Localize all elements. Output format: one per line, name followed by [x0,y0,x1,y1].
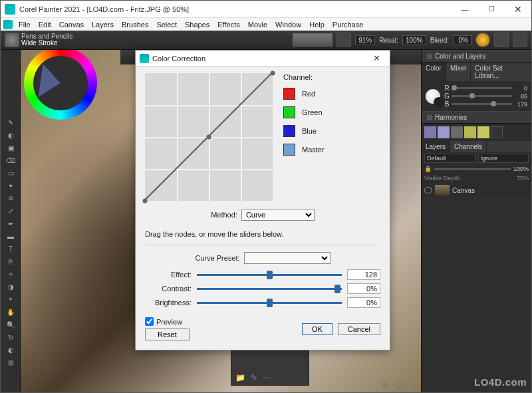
doc-icon[interactable]: ▤ [395,380,402,390]
brush-tool-icon[interactable]: ✎ [1,116,20,128]
text-tool-icon[interactable]: T [1,243,20,255]
contrast-value[interactable]: 0% [347,283,380,294]
paintbucket-tool-icon[interactable]: ▣ [1,142,20,154]
effect-slider[interactable] [197,274,342,276]
dab-preview[interactable] [293,33,332,47]
transform-tool-icon[interactable]: ⤢ [1,205,20,217]
tab-mixer[interactable]: Mixer [446,63,471,81]
size-value[interactable]: 91% [355,35,375,45]
dialog-close-button[interactable]: ✕ [367,53,386,63]
more-icon[interactable]: ⋯ [409,380,417,390]
curve-editor[interactable] [145,73,273,201]
opacity-slider[interactable] [434,168,511,170]
eraser-tool-icon[interactable]: ⌫ [1,154,20,166]
visdepth-value: 75% [517,175,529,182]
dropper-tool-icon[interactable]: ◐ [1,129,20,141]
tab-color[interactable]: Color [422,63,446,81]
menu-canvas[interactable]: Canvas [56,21,87,29]
nav-icon[interactable]: ⊞ [382,380,388,390]
preview-checkbox[interactable]: Preview [145,317,190,326]
blend-mode-select[interactable]: Default [424,154,475,163]
harm-sw-5[interactable] [477,126,489,138]
menu-edit[interactable]: Edit [35,21,55,29]
ok-button[interactable]: OK [302,323,332,335]
color-swatch[interactable] [426,89,440,104]
slider-g[interactable] [452,95,512,97]
harm-sw-4[interactable] [464,126,476,138]
app-menu-icon[interactable] [3,20,13,29]
dodge-tool-icon[interactable]: ◑ [1,281,20,293]
channel-master[interactable]: Master [283,144,380,156]
hand-tool-icon[interactable]: ✋ [1,306,20,318]
close-button[interactable]: ✕ [505,1,531,18]
mirror-tool-icon[interactable]: ✧ [1,268,20,280]
ref-dropper-icon[interactable]: ✎ [251,373,257,382]
divine-tool-icon[interactable]: ⌖ [1,293,20,305]
layer-thumb [435,185,450,196]
preset-select[interactable] [244,252,331,264]
menu-purchase[interactable]: Purchase [329,21,366,29]
bleed-value[interactable]: 0% [453,35,471,45]
channel-blue[interactable]: Blue [283,125,380,137]
menu-select[interactable]: Select [153,21,180,29]
slider-r[interactable] [452,87,512,89]
menu-layers[interactable]: Layers [88,21,117,29]
dialog-icon [140,54,149,63]
harm-sw-2[interactable] [438,126,450,138]
ref-more-icon[interactable]: ⋯ [263,373,271,382]
menu-effects[interactable]: Effects [214,21,243,29]
harm-add[interactable] [491,126,503,138]
pen-tool-icon[interactable]: ✒ [1,217,20,229]
extra-tool-1[interactable] [494,33,509,47]
brightness-slider[interactable] [197,302,342,304]
reset-button[interactable]: Reset [145,328,190,340]
contrast-slider[interactable] [197,288,342,290]
layer-row-canvas[interactable]: Canvas [422,183,531,197]
harm-sw-3[interactable] [451,126,463,138]
rotate-tool-icon[interactable]: ↻ [1,331,20,343]
menu-file[interactable]: File [15,21,34,29]
channel-red[interactable]: Red [283,88,380,100]
composite-select[interactable]: Ignore [478,154,529,163]
minimize-button[interactable]: — [452,1,478,18]
brush-variant: Wide Stroke [21,40,72,47]
harmonies-header[interactable]: Harmonies [422,111,531,124]
channel-green[interactable]: Green [283,106,380,118]
tab-channels[interactable]: Channels [450,141,487,152]
maximize-button[interactable]: ☐ [478,1,505,18]
slider-b[interactable] [452,103,512,105]
nav-tool-icon[interactable]: ⊞ [1,356,20,368]
brightness-value[interactable]: 0% [347,297,380,308]
method-select[interactable]: Curve [241,209,315,221]
selection-tool-icon[interactable]: ▭ [1,167,20,179]
extra-tool-2[interactable] [513,33,527,47]
magicwand-tool-icon[interactable]: ✦ [1,180,20,192]
ref-open-icon[interactable]: 📁 [235,373,245,382]
grain-button[interactable] [336,33,351,47]
menu-shapes[interactable]: Shapes [182,21,213,29]
tab-layers[interactable]: Layers [422,141,450,152]
effect-value[interactable]: 128 [347,269,380,280]
menu-help[interactable]: Help [306,21,328,29]
property-bar: Pens and Pencils Wide Stroke 91% Resat: … [1,31,531,50]
harm-sw-1[interactable] [424,126,436,138]
bleed-label: Bleed: [430,37,449,44]
dock-header: Color and Layers [422,50,531,63]
crop-tool-icon[interactable]: ⧈ [1,192,20,204]
color-swap-icon[interactable]: ◐ [1,344,20,356]
zoom-tool-icon[interactable]: 🔍 [1,319,20,330]
menu-movie[interactable]: Movie [245,21,271,29]
shape-tool-icon[interactable]: ▬ [1,230,20,242]
lock-icon[interactable]: 🔒 [424,166,432,172]
menu-brushes[interactable]: Brushes [118,21,152,29]
eye-icon[interactable] [424,187,432,194]
clone-tool-icon[interactable]: ⎘ [1,255,20,267]
tab-colorset[interactable]: Color Set Librari... [471,63,531,81]
color-correction-dialog: Color Correction ✕ Channel: Red Green Bl… [135,50,390,350]
resat-value[interactable]: 100% [402,35,426,45]
brush-selector[interactable] [5,33,19,47]
color-wheel[interactable] [24,50,97,120]
color-toggle-icon[interactable] [475,33,490,47]
menu-window[interactable]: Window [272,21,305,29]
cancel-button[interactable]: Cancel [338,323,380,335]
